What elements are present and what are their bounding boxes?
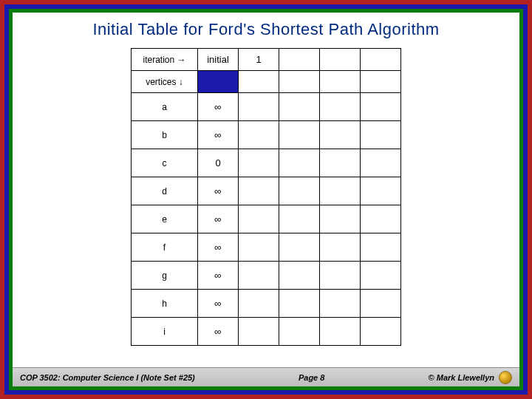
col-header: initial	[198, 49, 239, 71]
table-row: a ∞	[132, 93, 401, 121]
outer-frame-green: Initial Table for Ford's Shortest Path A…	[9, 9, 523, 390]
vertex-label: g	[132, 262, 198, 290]
vertex-label: c	[132, 149, 198, 177]
vertices-row: vertices ↓	[132, 71, 401, 93]
cell	[239, 177, 279, 205]
empty-cell	[361, 71, 401, 93]
cell	[239, 290, 279, 318]
table-container: iteration → initial 1 vertices ↓	[13, 45, 519, 367]
empty-cell	[279, 71, 320, 93]
table-row: b ∞	[132, 121, 401, 149]
footer-copyright: © Mark Llewellyn	[429, 373, 494, 382]
cell	[239, 149, 279, 177]
cell	[279, 121, 320, 149]
vertex-label: b	[132, 121, 198, 149]
cell	[279, 318, 320, 346]
slide-title: Initial Table for Ford's Shortest Path A…	[13, 13, 519, 45]
cell: ∞	[198, 205, 239, 233]
footer-page: Page 8	[195, 373, 429, 382]
cell: ∞	[198, 121, 239, 149]
cell: ∞	[198, 318, 239, 346]
table-row: h ∞	[132, 290, 401, 318]
footer-right: © Mark Llewellyn	[429, 371, 512, 384]
cell: ∞	[198, 262, 239, 290]
vertex-label: d	[132, 177, 198, 205]
outer-frame-red: Initial Table for Ford's Shortest Path A…	[0, 0, 532, 399]
cell	[320, 205, 361, 233]
cell	[279, 262, 320, 290]
iteration-header: iteration →	[132, 49, 198, 71]
cell	[361, 290, 401, 318]
col-header	[361, 49, 401, 71]
col-header: 1	[239, 49, 279, 71]
cell	[320, 177, 361, 205]
cell	[361, 177, 401, 205]
table-row: d ∞	[132, 177, 401, 205]
blue-cell	[198, 71, 239, 93]
cell	[320, 93, 361, 121]
cell	[320, 262, 361, 290]
cell	[279, 149, 320, 177]
table-row: g ∞	[132, 262, 401, 290]
table-row: e ∞	[132, 205, 401, 233]
cell	[361, 205, 401, 233]
cell	[239, 233, 279, 262]
cell	[361, 233, 401, 262]
cell	[239, 93, 279, 121]
empty-cell	[320, 71, 361, 93]
cell	[320, 318, 361, 346]
cell	[320, 290, 361, 318]
cell	[361, 121, 401, 149]
cell	[239, 121, 279, 149]
cell	[361, 262, 401, 290]
vertex-label: a	[132, 93, 198, 121]
vertex-label: i	[132, 318, 198, 346]
header-row: iteration → initial 1	[132, 49, 401, 71]
empty-cell	[239, 71, 279, 93]
footer-left: COP 3502: Computer Science I (Note Set #…	[20, 373, 195, 382]
vertex-label: f	[132, 233, 198, 262]
cell	[361, 149, 401, 177]
slide-surface: Initial Table for Ford's Shortest Path A…	[13, 13, 519, 386]
cell	[279, 233, 320, 262]
cell: ∞	[198, 177, 239, 205]
ucf-logo-icon	[499, 371, 512, 384]
cell	[239, 205, 279, 233]
cell	[320, 121, 361, 149]
cell: ∞	[198, 233, 239, 262]
outer-frame-blue: Initial Table for Ford's Shortest Path A…	[4, 4, 528, 395]
cell: ∞	[198, 290, 239, 318]
vertex-label: e	[132, 205, 198, 233]
cell: 0	[198, 149, 239, 177]
cell	[239, 262, 279, 290]
table-row: i ∞	[132, 318, 401, 346]
cell	[279, 93, 320, 121]
cell: ∞	[198, 93, 239, 121]
footer-bar: COP 3502: Computer Science I (Note Set #…	[13, 367, 519, 386]
cell	[279, 205, 320, 233]
table-row: c 0	[132, 149, 401, 177]
cell	[279, 290, 320, 318]
cell	[320, 233, 361, 262]
ford-table: iteration → initial 1 vertices ↓	[131, 48, 401, 346]
col-header	[320, 49, 361, 71]
cell	[320, 149, 361, 177]
vertices-header: vertices ↓	[132, 71, 198, 93]
col-header	[279, 49, 320, 71]
vertex-label: h	[132, 290, 198, 318]
cell	[361, 318, 401, 346]
cell	[361, 93, 401, 121]
cell	[239, 318, 279, 346]
table-row: f ∞	[132, 233, 401, 262]
cell	[279, 177, 320, 205]
